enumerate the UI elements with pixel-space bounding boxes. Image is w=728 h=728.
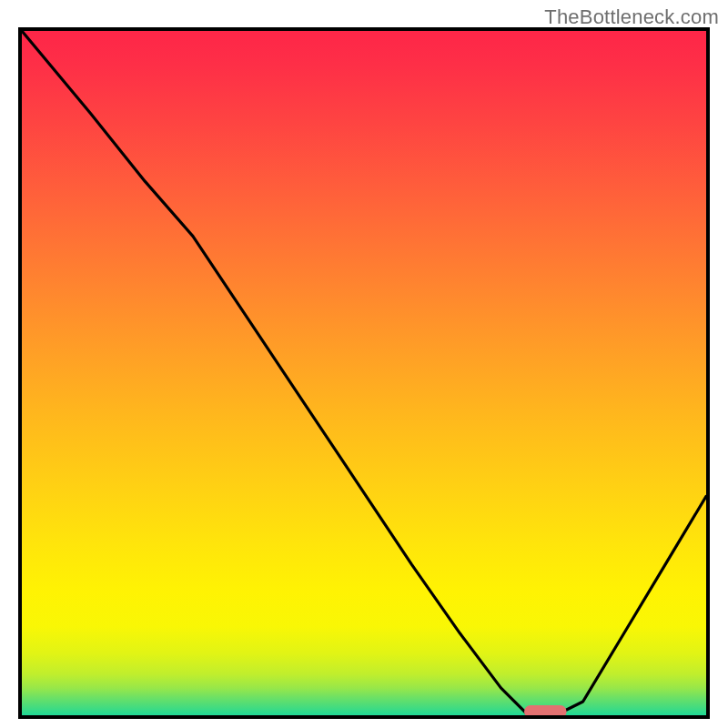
watermark-text: TheBottleneck.com <box>544 5 719 29</box>
chart-root: TheBottleneck.com <box>0 0 728 728</box>
optimum-marker <box>22 31 706 715</box>
plot-area <box>22 31 706 715</box>
svg-rect-0 <box>524 705 567 715</box>
chart-frame <box>18 27 710 719</box>
